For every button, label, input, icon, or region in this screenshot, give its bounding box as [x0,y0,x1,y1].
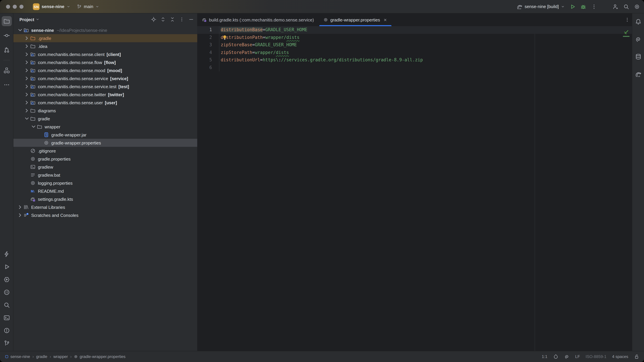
chevron-down-icon[interactable] [17,27,24,33]
notifications-button[interactable] [633,17,643,27]
select-opened-file-button[interactable] [151,17,156,22]
endpoints-tool-button[interactable] [2,249,12,259]
code-line-5[interactable]: 5distributionUrl=https\://services.gradl… [197,56,632,64]
tree-item-com-mechanitis-demo-sense-service-test[interactable]: com.mechanitis.demo.sense.service.test[t… [14,82,197,90]
ai-status-icon[interactable] [564,354,570,359]
tree-item-external-libraries[interactable]: External Libraries [14,203,197,211]
file-encoding[interactable]: ISO-8859-1 [586,354,606,359]
editor-content[interactable]: 1distributionBase=GRADLE_USER_HOME2distr… [197,26,632,351]
chevron-right-icon[interactable] [24,43,30,49]
tree-item-gradlew[interactable]: gradlew [14,163,197,171]
settings-button[interactable] [634,3,640,9]
chevron-right-icon[interactable] [24,76,30,81]
breadcrumb-gradle-wrapper-properties[interactable]: gradle-wrapper.properties [74,354,126,359]
chevron-down-icon[interactable] [30,124,37,129]
tree-item-com-mechanitis-demo-sense-mood[interactable]: com.mechanitis.demo.sense.mood[mood] [14,66,197,74]
code-line-6[interactable]: 6 [197,64,632,71]
code-line-1[interactable]: 1distributionBase=GRADLE_USER_HOME [197,26,632,34]
tree-item-scratches-and-consoles[interactable]: Scratches and Consoles [14,211,197,219]
project-tool-button[interactable] [2,16,12,26]
tree-item-readme-md[interactable]: M↓README.md [14,187,197,195]
code-line-2[interactable]: 2distributionPath=wrapper/dists [197,34,632,41]
tree-item-sense-nine[interactable]: sense-nine~/IdeaProjects/sense-nine [14,26,197,34]
chevron-right-icon[interactable] [17,204,24,210]
tab-build-gradle-kts[interactable]: build.gradle.kts (:com.mechanitis.demo.s… [197,13,319,26]
inspections-widget[interactable] [623,29,630,37]
minimize-window-button[interactable] [13,4,17,8]
chevron-right-icon[interactable] [24,52,30,57]
caret-position[interactable]: 1:1 [542,354,547,359]
tree-item-wrapper[interactable]: wrapper [14,123,197,131]
line-number[interactable]: 5 [197,56,219,64]
code-with-me-button[interactable] [612,3,618,9]
readonly-toggle-icon[interactable] [634,354,639,359]
structure-tool-button[interactable] [2,65,12,75]
run-button[interactable] [570,3,576,9]
highlighting-level-icon[interactable] [553,354,558,359]
line-separator[interactable]: LF [575,354,580,359]
editor-options-button[interactable] [624,17,630,22]
tree-item-gradle[interactable]: .gradle [14,34,197,42]
chevron-down-icon[interactable] [24,116,30,121]
close-icon[interactable] [383,17,388,22]
tree-item-gradle-properties[interactable]: gradle.properties [14,155,197,163]
tree-item-gradlew-bat[interactable]: gradlew.bat [14,171,197,179]
problems-tool-button[interactable] [2,326,12,336]
chevron-right-icon[interactable] [24,92,30,97]
chevron-right-icon[interactable] [24,108,30,113]
more-actions-button[interactable] [591,3,597,9]
indent-style[interactable]: 4 spaces [612,354,628,359]
tree-item-logging-properties[interactable]: logging.properties [14,179,197,187]
tab-gradle-wrapper-properties[interactable]: gradle-wrapper.properties [319,13,392,26]
tree-item-gradle-wrapper-jar[interactable]: gradle-wrapper.jar [14,131,197,139]
collapse-all-button[interactable] [170,17,175,22]
tree-item-idea[interactable]: .idea [14,42,197,50]
tree-item-gradle-wrapper-properties[interactable]: gradle-wrapper.properties [14,139,197,147]
code-line-4[interactable]: 4zipStorePath=wrapper/dists [197,49,632,56]
chevron-right-icon[interactable] [24,68,30,73]
breadcrumb-sense-nine[interactable]: sense-nine [5,354,30,359]
gradle-tool-button[interactable] [633,69,643,79]
database-tool-button[interactable] [633,52,643,62]
zoom-window-button[interactable] [20,4,24,8]
terminal-tool-button[interactable] [2,313,12,323]
run-configuration-selector[interactable]: sense-nine [build] [516,3,565,9]
tree-item-com-mechanitis-demo-sense-flow[interactable]: com.mechanitis.demo.sense.flow[flow] [14,58,197,66]
breadcrumb-gradle[interactable]: gradle [36,354,47,359]
line-number[interactable]: 4 [197,49,219,56]
chevron-down-icon[interactable] [36,17,40,21]
tree-item-com-mechanitis-demo-sense-service[interactable]: com.mechanitis.demo.sense.service[servic… [14,74,197,82]
chevron-right-icon[interactable] [24,35,30,41]
chevron-right-icon[interactable] [17,213,24,218]
breadcrumb-wrapper[interactable]: wrapper [53,354,68,359]
tree-item-com-mechanitis-demo-sense-client[interactable]: com.mechanitis.demo.sense.client[client] [14,50,197,58]
tree-item-com-mechanitis-demo-sense-user[interactable]: com.mechanitis.demo.sense.user[user] [14,98,197,107]
line-number[interactable]: 2 [197,34,219,41]
tree-item-com-mechanitis-demo-sense-twitter[interactable]: com.mechanitis.demo.sense.twitter[twitte… [14,90,197,98]
chevron-right-icon[interactable] [24,100,30,105]
commit-tool-button[interactable] [2,30,12,40]
tree-item-gitignore[interactable]: .gitignore [14,147,197,155]
tree-item-gradle[interactable]: gradle [14,115,197,123]
line-number[interactable]: 3 [197,41,219,49]
run-tool-button[interactable] [2,262,12,272]
pull-requests-tool-button[interactable] [2,45,12,55]
build-tool-button[interactable] [2,287,12,297]
panel-options-button[interactable] [179,17,184,22]
tree-item-settings-gradle-kts[interactable]: settings.gradle.kts [14,195,197,203]
tree-item-diagrams[interactable]: diagrams [14,107,197,115]
line-number[interactable]: 1 [197,26,219,34]
project-selector[interactable]: SN sense-nine [31,2,72,11]
ai-assistant-button[interactable] [633,34,643,44]
services-tool-button[interactable] [2,275,12,285]
intention-bulb-icon[interactable] [222,35,228,40]
chevron-right-icon[interactable] [24,84,30,89]
hide-panel-button[interactable] [188,17,194,22]
search-everywhere-button[interactable] [623,3,629,9]
debug-button[interactable] [580,3,586,9]
expand-all-button[interactable] [160,17,166,22]
version-control-tool-button[interactable] [2,338,12,348]
close-window-button[interactable] [6,4,10,8]
chevron-right-icon[interactable] [24,60,30,65]
code-line-3[interactable]: 3zipStoreBase=GRADLE_USER_HOME [197,41,632,49]
